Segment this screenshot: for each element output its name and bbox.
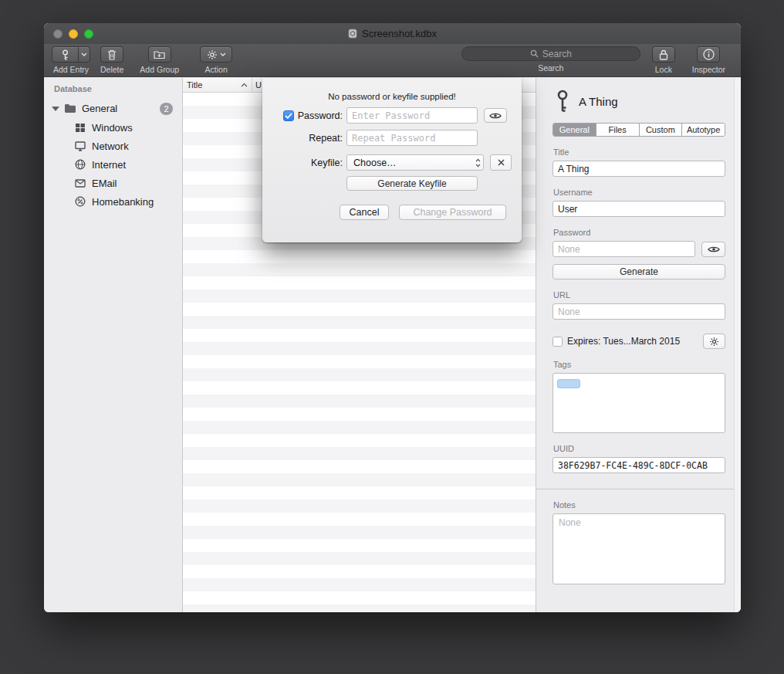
close-icon (498, 159, 505, 166)
sidebar-item-label: Network (92, 141, 129, 152)
sidebar-item-network[interactable]: Network (44, 137, 182, 155)
popup-stepper-icon (475, 158, 481, 168)
dialog-reveal-password-button[interactable] (484, 108, 507, 123)
inspector-label: Inspector (692, 65, 725, 74)
inspector-panel: A Thing General Files Custom Autotype Ti… (536, 78, 741, 612)
minimize-button[interactable] (69, 29, 78, 39)
uuid-field[interactable] (553, 457, 725, 473)
title-field[interactable] (553, 161, 725, 177)
eye-icon (489, 112, 502, 120)
search-input[interactable]: Search (461, 46, 640, 61)
notes-field[interactable]: None (553, 513, 725, 584)
entry-count-badge: 2 (160, 103, 173, 115)
gear-icon (709, 337, 719, 347)
sidebar-item-homebanking[interactable]: Homebanking (44, 192, 182, 211)
add-group-label: Add Group (140, 65, 179, 74)
tab-general[interactable]: General (553, 124, 596, 136)
dialog-password-label: Password: (298, 110, 343, 121)
sidebar-item-windows[interactable]: Windows (44, 118, 182, 137)
document-proxy-icon (348, 29, 357, 39)
action-button[interactable] (200, 46, 232, 63)
key-icon (60, 49, 70, 60)
traffic-lights (53, 29, 93, 39)
internet-icon (75, 159, 86, 170)
generate-password-button[interactable]: Generate (553, 264, 725, 279)
password-field[interactable] (553, 241, 695, 257)
network-icon (75, 141, 86, 151)
username-field[interactable] (553, 201, 725, 217)
reveal-password-button[interactable] (701, 242, 725, 257)
title-field-label: Title (553, 147, 725, 157)
add-entry-label: Add Entry (53, 65, 89, 74)
email-icon (75, 179, 86, 188)
toolbar: Add Entry Delete Add Group Action Searc (44, 44, 741, 77)
add-entry-dropdown[interactable] (78, 47, 90, 62)
sidebar-item-general[interactable]: General 2 (44, 99, 182, 118)
dialog-repeat-input[interactable] (346, 130, 478, 146)
search-icon (530, 49, 539, 58)
disclosure-triangle-icon[interactable] (52, 107, 59, 111)
sidebar-item-label: Homebanking (92, 196, 154, 208)
username-field-label: Username (553, 188, 725, 197)
inspector-tabs: General Files Custom Autotype (553, 123, 725, 137)
folder-icon (64, 103, 76, 113)
add-entry-button[interactable] (52, 46, 90, 63)
clear-keyfile-button[interactable] (490, 154, 512, 171)
tag-token[interactable] (557, 379, 580, 388)
delete-label: Delete (100, 65, 123, 74)
zoom-button[interactable] (84, 29, 93, 39)
keyfile-popup-button[interactable]: Choose… (346, 154, 484, 171)
generate-keyfile-button[interactable]: Generate Keyfile (346, 176, 478, 191)
notes-field-label: Notes (553, 500, 725, 510)
sort-ascending-icon (241, 83, 248, 87)
title-bar[interactable]: Screenshot.kdbx (44, 23, 741, 44)
add-folder-icon (154, 49, 165, 59)
lock-button[interactable] (652, 46, 675, 63)
cancel-button[interactable]: Cancel (340, 205, 389, 220)
sidebar-item-email[interactable]: EMail (44, 174, 182, 192)
dialog-repeat-label: Repeat: (309, 133, 343, 144)
homebanking-icon (75, 196, 86, 207)
window-title: Screenshot.kdbx (362, 28, 437, 39)
gear-icon (207, 49, 218, 60)
lock-label: Lock (655, 65, 672, 74)
trash-icon (107, 49, 117, 60)
action-label: Action (205, 65, 228, 74)
column-header-title[interactable]: Title (183, 78, 252, 92)
sidebar-item-label: EMail (92, 178, 117, 189)
add-group-button[interactable] (148, 46, 171, 63)
password-checkbox[interactable] (283, 110, 294, 121)
expires-checkbox[interactable] (553, 337, 563, 347)
sidebar: Database General 2 Windows Network Inter… (44, 78, 183, 612)
sidebar-item-label: Internet (92, 159, 126, 171)
uuid-field-label: UUID (553, 444, 725, 453)
dialog-password-input[interactable] (346, 107, 478, 124)
chevron-down-icon (81, 52, 87, 56)
lock-icon (659, 49, 668, 60)
app-window: Screenshot.kdbx Add Entry Delete (44, 23, 741, 612)
change-password-dialog: No password or keyfile supplied! Passwor… (262, 78, 522, 242)
dialog-message: No password or keyfile supplied! (262, 92, 522, 101)
change-password-button[interactable]: Change Password (399, 205, 506, 220)
password-field-label: Password (553, 228, 725, 237)
search-placeholder: Search (542, 49, 572, 59)
inspector-scrollbar[interactable] (734, 78, 741, 612)
group-label: General (82, 103, 117, 114)
url-field[interactable] (553, 303, 725, 320)
sidebar-item-internet[interactable]: Internet (44, 155, 182, 174)
tags-field[interactable] (553, 373, 725, 433)
tab-autotype[interactable]: Autotype (682, 124, 725, 136)
info-icon (703, 49, 715, 60)
close-button[interactable] (53, 29, 63, 39)
search-label: Search (538, 63, 563, 73)
entry-key-icon (556, 90, 569, 113)
inspector-button[interactable] (697, 46, 720, 63)
tab-files[interactable]: Files (596, 124, 640, 136)
expires-label: Expires: Tues...March 2015 (567, 336, 698, 347)
entry-title: A Thing (579, 95, 618, 108)
expires-settings-button[interactable] (703, 334, 725, 349)
delete-button[interactable] (100, 46, 123, 63)
tab-custom[interactable]: Custom (640, 124, 683, 136)
eye-icon (708, 246, 720, 253)
sidebar-section-header: Database (44, 84, 182, 93)
